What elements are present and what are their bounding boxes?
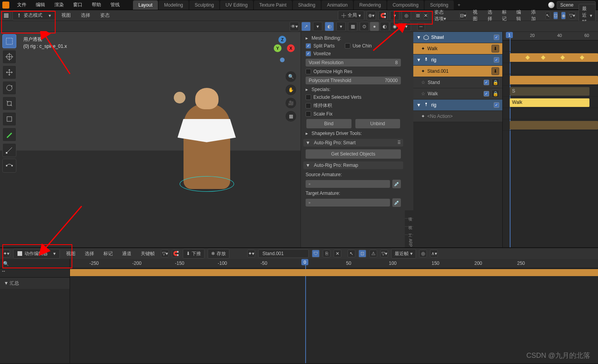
transform-orientation[interactable]: 全局▾: [338, 10, 364, 20]
ae-cursor-icon[interactable]: ↖: [348, 250, 355, 257]
npanel-tab-item[interactable]: 项: [405, 210, 413, 219]
annotate-tool[interactable]: [2, 128, 16, 142]
shading-dd-icon[interactable]: ▾: [402, 22, 411, 31]
track-toggle[interactable]: [494, 35, 499, 40]
solid-icon[interactable]: ●: [370, 22, 379, 31]
ae-menu-view[interactable]: 视图: [63, 249, 79, 258]
track-stand001-action[interactable]: ✦Stand.001⬇: [413, 66, 502, 77]
prop-edit-icon[interactable]: ◎: [402, 11, 411, 20]
ae-menu-channel[interactable]: 通道: [119, 249, 135, 258]
ae-tog1-icon[interactable]: ⊡: [358, 250, 366, 257]
nla-x-icon[interactable]: ✕: [423, 12, 428, 19]
ae-dd-icon[interactable]: ∧▾: [430, 250, 438, 257]
action-name-field[interactable]: Stand.001: [258, 249, 309, 258]
tab-rendering[interactable]: Rendering: [354, 0, 386, 10]
camera-icon[interactable]: 🎥: [285, 97, 297, 109]
transform-tool[interactable]: [2, 112, 16, 126]
shapekeys-header[interactable]: ▸ Shapekeys Driver Tools:: [303, 130, 403, 137]
ae-menu-select[interactable]: 选择: [82, 249, 97, 258]
overlay-dd-icon[interactable]: ▾: [336, 22, 346, 31]
menu-edit[interactable]: 编辑: [32, 0, 49, 10]
overlay-toggle-icon[interactable]: ◐: [325, 22, 334, 31]
tab-layout[interactable]: Layout: [133, 0, 158, 10]
editor-type-icon[interactable]: [2, 12, 10, 19]
vp-menu-pose[interactable]: 姿态: [96, 11, 114, 20]
use-chin-checkbox[interactable]: [345, 43, 350, 49]
extra-tool[interactable]: [2, 159, 16, 173]
axis-x-icon[interactable]: X: [287, 44, 295, 52]
track-walk-action[interactable]: ✦Walk⬇: [413, 43, 502, 54]
strip-stand001[interactable]: [510, 76, 598, 84]
menu-file[interactable]: 文件: [13, 0, 30, 10]
strip-walk[interactable]: Walk: [510, 98, 589, 107]
nla-timeline[interactable]: 20 40 60 1 S Walk: [503, 32, 598, 247]
unlink-action-icon[interactable]: ✕: [334, 250, 341, 257]
unbind-button[interactable]: Unbind: [355, 119, 400, 128]
menu-window[interactable]: 窗口: [69, 0, 86, 10]
strip-walk-action[interactable]: [510, 53, 598, 62]
tab-uvediting[interactable]: UV Editing: [220, 0, 253, 10]
axis-z-icon[interactable]: Z: [278, 36, 286, 44]
ae-summary[interactable]: ▼ 汇总: [0, 278, 70, 289]
voxelize-checkbox[interactable]: [306, 51, 311, 56]
select-box-tool[interactable]: [2, 34, 16, 48]
viewport-body[interactable]: 用户透视 (0) rig : c_spine_01.x Z Y X 🔍 ✋ 🎥 …: [0, 32, 413, 247]
track-stand[interactable]: ☆Stand🔒: [413, 77, 502, 88]
poly-thresh-field[interactable]: Polycount Threshold70000: [306, 77, 401, 84]
ae-filter-icon[interactable]: ▽▾: [161, 250, 169, 257]
ae-mode-dropdown[interactable]: 动作编辑器 ▾: [13, 249, 60, 259]
split-parts-checkbox[interactable]: [306, 43, 311, 49]
bind-button[interactable]: Bind: [306, 119, 351, 128]
npanel-tab-view[interactable]: 视: [405, 219, 413, 227]
rendered-icon[interactable]: ◉: [390, 22, 399, 31]
nla-editor-icon[interactable]: ⊞: [416, 12, 420, 19]
source-arm-field[interactable]: ▫: [306, 180, 390, 188]
ae-timeline[interactable]: -250 -200 -150 -100 -50 0 50 100 150 200…: [70, 259, 598, 363]
tab-shading[interactable]: Shading: [293, 0, 321, 10]
pushdown-button[interactable]: ⬇ 下推: [183, 249, 205, 259]
menu-help[interactable]: 帮助: [88, 0, 105, 10]
npanel-tab-tool[interactable]: 工: [405, 227, 413, 235]
visibility-icon[interactable]: 👁▾: [290, 22, 299, 31]
cursor-tool[interactable]: [2, 50, 16, 64]
track-toggle[interactable]: [494, 57, 499, 63]
ae-editortype-icon[interactable]: ✦▾: [2, 250, 10, 257]
ae-filter2-icon[interactable]: ▽▾: [380, 250, 388, 257]
matprev-icon[interactable]: ◐: [380, 22, 389, 31]
tab-sculpting[interactable]: Sculpting: [189, 0, 219, 10]
track-shawl[interactable]: ▼ Shawl: [413, 32, 502, 43]
ae-search[interactable]: 🔍: [0, 259, 70, 268]
fake-user-icon[interactable]: 🛡: [312, 250, 320, 257]
move-tool[interactable]: [2, 65, 16, 79]
xray-icon[interactable]: ▦: [348, 22, 357, 31]
track-noaction[interactable]: ✦<No Action>: [413, 111, 502, 122]
gizmo-toggle-icon[interactable]: ↗: [301, 22, 311, 31]
track-toggle[interactable]: [484, 91, 489, 96]
nla-editortype-icon[interactable]: ⊟▾: [460, 12, 467, 19]
optimize-checkbox[interactable]: [306, 69, 311, 74]
ae-tog2-icon[interactable]: ⚠: [369, 250, 377, 257]
3d-model[interactable]: [184, 103, 230, 189]
voxel-res-field[interactable]: Voxel Resolution8: [306, 59, 401, 66]
nla-snap1-icon[interactable]: ⊡: [553, 12, 558, 19]
new-action-icon[interactable]: ⎘: [323, 250, 330, 257]
gizmo-dd-icon[interactable]: ▾: [313, 22, 322, 31]
nla-cursor-icon[interactable]: ↖: [546, 12, 550, 19]
eyedropper-icon-2[interactable]: 💉: [392, 198, 401, 207]
measure-tool[interactable]: [2, 143, 16, 157]
scale-tool[interactable]: [2, 96, 16, 110]
tab-texturepaint[interactable]: Texture Paint: [254, 0, 292, 10]
keep-volume-checkbox[interactable]: [306, 103, 311, 108]
nav-gizmo[interactable]: Z Y X: [270, 36, 295, 61]
stash-button[interactable]: ❄ 存放: [208, 249, 229, 259]
nla-snap2-icon[interactable]: ◈: [561, 12, 566, 19]
specials-header[interactable]: ▸ Specials:: [303, 86, 403, 93]
ae-menu-keyframe[interactable]: 关键帧: [138, 249, 158, 258]
zoom-icon[interactable]: 🔍: [285, 71, 297, 82]
track-rig[interactable]: ▼ rig: [413, 54, 502, 66]
track-toggle[interactable]: [484, 80, 489, 85]
ae-range-dd[interactable]: 最近帧▾: [391, 249, 416, 259]
rotate-tool[interactable]: [2, 81, 16, 95]
ae-snap-icon[interactable]: 🧲: [172, 250, 180, 257]
nla-filter-icon[interactable]: ▽▾: [569, 12, 575, 19]
